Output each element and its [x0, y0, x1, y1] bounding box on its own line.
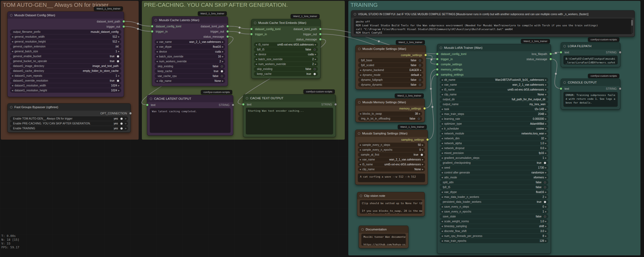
widget-vae-name[interactable]: ◀vae_namewan_2_1_vae.safetensors▶: [155, 40, 225, 44]
increment-arrow-icon[interactable]: ▶: [545, 147, 547, 149]
widget-dataset1-resolution-height[interactable]: ◀dataset1_resolution_height1024▶: [10, 88, 121, 93]
decrement-arrow-icon[interactable]: ◀: [441, 225, 443, 227]
output-slot-dot-icon[interactable]: [123, 20, 125, 23]
decrement-arrow-icon[interactable]: ◀: [441, 89, 443, 91]
increment-arrow-icon[interactable]: ▶: [545, 123, 547, 125]
node-documentation[interactable]: DocumentationMusibi tunner Wan documenta…: [359, 226, 409, 248]
increment-arrow-icon[interactable]: ▶: [420, 74, 422, 76]
widget-persistent-data-loader-workers[interactable]: persistent_data_loader_workerstrue: [440, 200, 548, 204]
decrement-arrow-icon[interactable]: ◀: [441, 123, 443, 125]
increment-arrow-icon[interactable]: ▶: [118, 75, 120, 77]
collapse-dot-icon[interactable]: [358, 48, 361, 50]
output-slot-dot-icon[interactable]: [227, 30, 229, 33]
scrollbar-thumb[interactable]: [631, 20, 633, 26]
widget-discrete-flow-shift[interactable]: ◀discrete_flow_shift3.0▶: [440, 229, 548, 233]
node-cache_text_embeds[interactable]: Musubi Cache Text Embeds (Wan)dataset_co…: [251, 19, 321, 79]
widget-dataset1-num-repeats[interactable]: ◀dataset1_num_repeats1▶: [10, 73, 121, 78]
decrement-arrow-icon[interactable]: ◀: [12, 41, 13, 43]
widget-sample-every-n-steps[interactable]: ◀sample_every_n_steps50▶: [358, 143, 425, 147]
widget-vae-dtype[interactable]: ◀vae_dtypefloat16▶: [155, 44, 225, 49]
increment-arrow-icon[interactable]: ▶: [545, 118, 547, 120]
node-compile_settings[interactable]: Musubi Compile Settings (Wan)compile_set…: [355, 45, 426, 89]
widget-seed[interactable]: ◀seed1730▶: [440, 165, 548, 170]
toggle-icon[interactable]: [314, 73, 316, 75]
increment-arrow-icon[interactable]: ▶: [419, 113, 420, 115]
increment-arrow-icon[interactable]: ▶: [420, 69, 422, 71]
decrement-arrow-icon[interactable]: ◀: [156, 51, 158, 53]
toggle-icon[interactable]: [544, 162, 546, 164]
input-slot-dot-icon[interactable]: [151, 30, 153, 33]
input-slot-dot-icon[interactable]: [436, 58, 438, 60]
output-slot-dot-icon[interactable]: [319, 33, 321, 35]
decrement-arrow-icon[interactable]: ◀: [359, 159, 361, 160]
node-title-bar-lora_trainer[interactable]: Musubi LoRA Trainer (Wan): [437, 44, 551, 51]
widget-network-dim[interactable]: ◀network_dim32▶: [440, 136, 548, 141]
bypass-arrows-icon[interactable]: »: [125, 117, 126, 120]
decrement-arrow-icon[interactable]: ◀: [441, 94, 443, 95]
decrement-arrow-icon[interactable]: ◀: [441, 142, 443, 144]
increment-arrow-icon[interactable]: ▶: [222, 41, 224, 43]
node-console_output[interactable]: CONSOLE OUTPUTtextSTRINGERROR: Training …: [561, 79, 620, 110]
toggle-icon[interactable]: [221, 70, 223, 72]
collapse-dot-icon[interactable]: [246, 97, 248, 99]
output-slot-dot-icon[interactable]: [619, 51, 621, 53]
increment-arrow-icon[interactable]: ▶: [118, 85, 120, 86]
widget-enable-pre-caching-you-can-skip-after-generation[interactable]: Enable PRE-CACHING. YOU CAN SKIP AFTER G…: [10, 121, 128, 126]
increment-arrow-icon[interactable]: ▶: [118, 36, 120, 38]
decrement-arrow-icon[interactable]: ◀: [360, 74, 361, 76]
output-slot-dot-icon[interactable]: [227, 25, 229, 27]
node-clip_vision_note[interactable]: Clip vision noteClip should be setted up…: [357, 192, 425, 216]
widget-keep-cache[interactable]: keep_cachetrue: [254, 72, 318, 76]
increment-arrow-icon[interactable]: ▶: [545, 157, 547, 159]
increment-arrow-icon[interactable]: ▶: [545, 167, 547, 169]
widget-skip-existing[interactable]: skip_existingfalse: [155, 64, 225, 69]
widget-network-dropout[interactable]: ◀network_dropout0.0▶: [440, 146, 548, 150]
increment-arrow-icon[interactable]: ▶: [545, 206, 547, 208]
decrement-arrow-icon[interactable]: ◀: [359, 144, 361, 146]
increment-arrow-icon[interactable]: ▶: [545, 211, 547, 213]
increment-arrow-icon[interactable]: ▶: [545, 79, 547, 81]
increment-arrow-icon[interactable]: ▶: [545, 240, 547, 242]
decrement-arrow-icon[interactable]: ◀: [441, 220, 443, 222]
decrement-arrow-icon[interactable]: ◀: [156, 60, 158, 62]
widget-device[interactable]: ◀devicecuda▶: [155, 49, 225, 54]
output-slot-dot-icon[interactable]: [319, 38, 321, 40]
decrement-arrow-icon[interactable]: ◀: [12, 36, 13, 38]
collapse-dot-icon[interactable]: [354, 13, 356, 15]
toggle-icon[interactable]: [221, 65, 223, 68]
scrollbar[interactable]: [631, 19, 633, 33]
input-slot-dot-icon[interactable]: [250, 28, 253, 30]
toggle-icon[interactable]: [221, 75, 223, 77]
output-slot-dot-icon[interactable]: [319, 28, 321, 30]
increment-arrow-icon[interactable]: ▶: [545, 220, 547, 222]
node-dataset_config[interactable]: Musubi Dataset Config (Wan)dataset_toml_…: [7, 11, 124, 97]
widget-output-name[interactable]: output_namemy_lora_wan: [440, 102, 548, 107]
widget-save-every-n-epochs[interactable]: ◀save_every_n_epochs1▶: [440, 209, 548, 214]
increment-arrow-icon[interactable]: ▶: [545, 142, 547, 144]
input-slot-dot-icon[interactable]: [436, 73, 438, 76]
node-visual_studio_note[interactable]: VISUAL STUDIO IN COMFYUI .bat IF YOU USE…: [351, 10, 635, 37]
decrement-arrow-icon[interactable]: ◀: [441, 176, 443, 178]
decrement-arrow-icon[interactable]: ◀: [441, 152, 443, 154]
collapse-dot-icon[interactable]: [563, 81, 566, 84]
widget-keep-cache[interactable]: keep_cachetrue: [155, 69, 225, 73]
widget-num-workers-override[interactable]: ◀num_workers_override2▶: [254, 62, 318, 66]
widget-fp8-t5[interactable]: fp8_t5false: [254, 47, 318, 52]
widget-lr-scheduler[interactable]: ◀lr_schedulercosine▶: [440, 126, 548, 131]
increment-arrow-icon[interactable]: ▶: [545, 152, 547, 154]
toggle-icon[interactable]: [117, 55, 119, 57]
node-title-bar-documentation[interactable]: Documentation: [359, 226, 408, 233]
widget-dataset1-cache-directory[interactable]: dataset1_cache_directoryempty_folder_to_…: [10, 69, 121, 73]
toggle-icon[interactable]: [419, 79, 421, 81]
increment-arrow-icon[interactable]: ▶: [118, 50, 120, 52]
increment-arrow-icon[interactable]: ▶: [545, 133, 547, 134]
widget-skip-existing[interactable]: skip_existingfalse: [254, 67, 318, 71]
node-graph-canvas[interactable]: T: 0.00sN: 18 [15]V: 33FPS: 59.17 TOM AU…: [0, 0, 644, 257]
widget-device[interactable]: ◀devicecuda▶: [254, 52, 318, 57]
node-cache_latent_output[interactable]: CACHE LATENT OUTPUTtextSTRINGWan latent …: [147, 95, 233, 136]
decrement-arrow-icon[interactable]: ◀: [441, 84, 443, 86]
widget-learning-rate[interactable]: ◀learning_rate0.000200▶: [440, 117, 548, 121]
widget-dit-name[interactable]: ◀dit_nameWan14BT2VFusioniX_fp16_.safeten…: [440, 78, 548, 82]
group-title-training[interactable]: TRAINING: [348, 1, 640, 9]
widget-num-workers-override[interactable]: ◀num_workers_override2▶: [155, 59, 225, 64]
